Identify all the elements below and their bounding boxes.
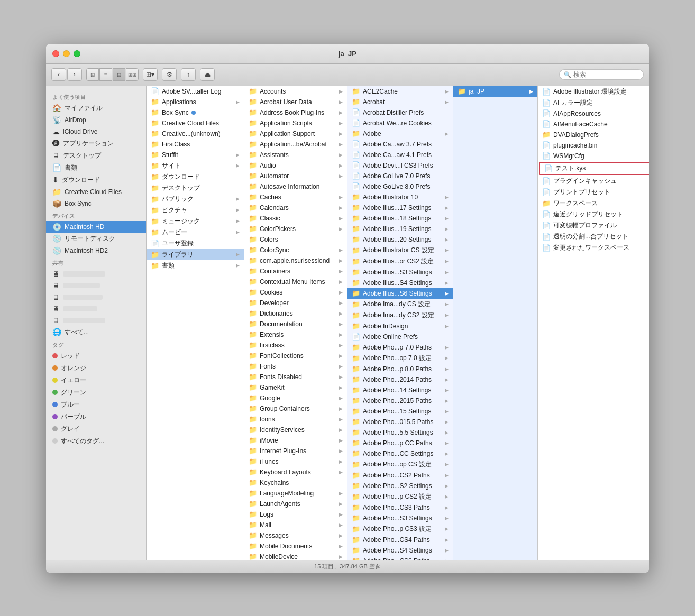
list-item[interactable]: 📄 遠近グリッドプリセット xyxy=(538,209,649,220)
close-button[interactable] xyxy=(52,50,59,57)
sidebar-item-tag-gray[interactable]: グレイ xyxy=(46,423,146,435)
list-item[interactable]: 📁 Adobe Illus...S4 Settings ▶ xyxy=(348,278,453,288)
list-item[interactable]: 📁 Adobe Pho...op CS 設定 ▶ xyxy=(348,459,453,470)
view-list-button[interactable]: ≡ xyxy=(99,68,112,81)
list-item[interactable]: 📄 AI カラー設定 xyxy=(538,97,649,108)
back-button[interactable]: ‹ xyxy=(51,68,66,81)
list-item[interactable]: 📄 Acrobat Distiller Prefs xyxy=(348,107,453,118)
list-item-ja-jp[interactable]: 📁 ja_JP ▶ xyxy=(453,86,537,97)
maximize-button[interactable] xyxy=(74,50,80,57)
sidebar-item-tag-red[interactable]: レッド xyxy=(46,350,146,362)
list-item[interactable]: 📁 Acrobat User Data ▶ xyxy=(244,97,347,107)
forward-button[interactable]: › xyxy=(67,68,82,81)
list-item[interactable]: 📁 Adobe Pho...op 7.0 設定 ▶ xyxy=(348,353,453,364)
list-item[interactable]: 📁 LaunchAgents ▶ xyxy=(244,499,347,509)
sidebar-item-icloud[interactable]: ☁ iCloud Drive xyxy=(46,126,146,137)
list-item[interactable]: 📁 デスクトップ xyxy=(147,182,244,194)
list-item[interactable]: 📁 ムービー ▶ xyxy=(147,227,244,238)
sidebar-item-all-shared[interactable]: 🌐 すべて... xyxy=(46,326,146,338)
list-item[interactable]: 📁 Adobe Pho...p CC Paths ▶ xyxy=(348,438,453,448)
list-item[interactable]: 📁 Classic ▶ xyxy=(244,213,347,224)
list-item[interactable]: 📁 Fonts ▶ xyxy=(244,361,347,372)
list-item[interactable]: 📁 ColorPickers ▶ xyxy=(244,224,347,234)
list-item[interactable]: 📁 Adobe Pho...15 Settings ▶ xyxy=(348,406,453,417)
list-item[interactable]: 📁 Mobile Documents ▶ xyxy=(244,541,347,551)
sidebar-item-remote-disc[interactable]: 💿 リモートディスク xyxy=(46,233,146,245)
list-item[interactable]: 📁 LanguageModeling ▶ xyxy=(244,488,347,499)
list-item[interactable]: 📁 Google ▶ xyxy=(244,393,347,403)
list-item[interactable]: 📁 FirstClass xyxy=(147,139,244,150)
sidebar-item-macintosh-hd[interactable]: 💿 Macintosh HD xyxy=(46,221,146,233)
list-item[interactable]: 📁 ダウンロード xyxy=(147,171,244,182)
list-item[interactable]: 📁 Adobe Pho...CS4 Paths ▶ xyxy=(348,535,453,545)
list-item[interactable]: 📁 firstclass ▶ xyxy=(244,340,347,351)
list-item[interactable]: 📁 Adobe Pho...015.5 Paths ▶ xyxy=(348,417,453,427)
view-cover-button[interactable]: ⊞⊞ xyxy=(126,68,139,81)
list-item[interactable]: 📁 Cookies ▶ xyxy=(244,287,347,298)
list-item[interactable]: 📁 Adobe Illustrator CS 設定 ▶ xyxy=(348,245,453,256)
list-item[interactable]: 📁 Messages ▶ xyxy=(244,530,347,541)
sidebar-item-airdrop[interactable]: 📡 AirDrop xyxy=(46,114,146,126)
list-item[interactable]: 📁 Creative...(unknown) xyxy=(147,128,244,139)
sidebar-item-shared-1[interactable]: 🖥 xyxy=(46,268,146,280)
list-item-test-kys[interactable]: 📄 テスト.kys xyxy=(539,162,649,175)
list-item[interactable]: 📁 Keychains xyxy=(244,477,347,488)
list-item[interactable]: 📁 ACE2Cache ▶ xyxy=(348,86,453,97)
list-item[interactable]: 📁 Address Book Plug-Ins ▶ xyxy=(244,107,347,118)
list-item[interactable]: 📁 Audio ▶ xyxy=(244,160,347,171)
list-item[interactable]: 📄 Adobe SV...taller Log xyxy=(147,86,244,97)
sidebar-item-tag-blue[interactable]: ブルー xyxy=(46,399,146,411)
list-item[interactable]: 📁 パブリック ▶ xyxy=(147,194,244,205)
list-item[interactable]: 📄 可変線幅プロファイル xyxy=(538,220,649,231)
view-icon-button[interactable]: ⊞ xyxy=(86,68,99,81)
list-item[interactable]: 📄 Acrobat We...re Cookies xyxy=(348,118,453,128)
list-item[interactable]: 📁 Adobe Pho...p 8.0 Paths ▶ xyxy=(348,364,453,374)
list-item[interactable]: 📄 変更されたワークスペース xyxy=(538,242,649,253)
list-item[interactable]: 📁 Adobe ▶ xyxy=(348,128,453,139)
sidebar-item-shared-5[interactable]: 🖥 xyxy=(46,315,146,326)
list-item[interactable]: 📁 Dictionaries ▶ xyxy=(244,308,347,319)
list-item[interactable]: 📁 IdentityServices ▶ xyxy=(244,425,347,435)
list-item[interactable]: 📄 Adobe Ca...aw 4.1 Prefs xyxy=(348,150,453,160)
list-item[interactable]: 📄 Adobe Illustrator 環境設定 xyxy=(538,86,649,97)
view-column-button[interactable]: ⊟ xyxy=(113,68,125,81)
sidebar-item-tag-orange[interactable]: オレンジ xyxy=(46,362,146,374)
sidebar-item-box-sync[interactable]: 📦 Box Sync xyxy=(46,198,146,209)
list-item[interactable]: 📁 Box Sync xyxy=(147,107,244,118)
list-item[interactable]: 📄 Adobe GoLive 8.0 Prefs xyxy=(348,181,453,192)
list-item[interactable]: 📁 MobileDevice ▶ xyxy=(244,551,347,560)
list-item[interactable]: 📁 Adobe Illus...17 Settings ▶ xyxy=(348,203,453,213)
list-item[interactable]: 📁 Creative Cloud Files xyxy=(147,118,244,128)
list-item[interactable]: 📁 Adobe Illus...or CS2 設定 ▶ xyxy=(348,256,453,267)
list-item[interactable]: 📁 ミュージック ▶ xyxy=(147,216,244,227)
list-item[interactable]: 📁 Adobe Pho...S4 Settings ▶ xyxy=(348,545,453,556)
sidebar-item-documents[interactable]: 📄 書類 xyxy=(46,162,146,174)
list-item[interactable]: 📁 Adobe InDesign ▶ xyxy=(348,321,453,332)
list-item[interactable]: 📁 Adobe Pho...CS6 Paths ▶ xyxy=(348,556,453,560)
list-item[interactable]: 📁 サイト ▶ xyxy=(147,160,244,171)
sidebar-item-applications[interactable]: 🅐 アプリケーション xyxy=(46,137,146,150)
list-item[interactable]: 📁 com.apple.nsurlsessiond ▶ xyxy=(244,255,347,266)
list-item[interactable]: 📁 Adobe Pho...CS3 Paths ▶ xyxy=(348,502,453,513)
list-item[interactable]: 📁 Documentation ▶ xyxy=(244,319,347,329)
list-item[interactable]: 📄 プラグインキャッシュ xyxy=(538,176,649,187)
list-item[interactable]: 📄 Adobe GoLive 7.0 Prefs xyxy=(348,171,453,181)
sidebar-item-downloads[interactable]: ⬇ ダウンロード xyxy=(46,174,146,186)
list-item[interactable]: 📁 Acrobat ▶ xyxy=(348,97,453,107)
list-item[interactable]: 📁 Adobe Pho...5.5 Settings ▶ xyxy=(348,427,453,438)
list-item[interactable]: 📄 AIAppResources xyxy=(538,108,649,119)
list-item[interactable]: 📄 Adobe Devi...l CS3 Prefs xyxy=(348,160,453,171)
list-item[interactable]: 📁 Applications ▶ xyxy=(147,97,244,107)
list-item[interactable]: 📄 Adobe Online Prefs xyxy=(348,332,453,342)
search-input[interactable] xyxy=(573,71,639,78)
list-item[interactable]: 📄 WSMgrCfg xyxy=(538,151,649,161)
list-item[interactable]: 📁 Adobe Pho...p CS3 設定 ▶ xyxy=(348,523,453,535)
list-item[interactable]: 📁 Adobe Pho...2014 Paths ▶ xyxy=(348,374,453,385)
sidebar-item-desktop[interactable]: 🖥 デスクトップ xyxy=(46,150,146,162)
list-item[interactable]: 📁 Group Containers ▶ xyxy=(244,403,347,414)
list-item[interactable]: 📁 GameKit ▶ xyxy=(244,382,347,393)
list-item[interactable]: 📁 Adobe Pho...14 Settings ▶ xyxy=(348,385,453,396)
list-item[interactable]: 📁 Accounts ▶ xyxy=(244,86,347,97)
list-item[interactable]: 📁 FontCollections ▶ xyxy=(244,351,347,361)
list-item[interactable]: 📁 Calendars ▶ xyxy=(244,203,347,213)
